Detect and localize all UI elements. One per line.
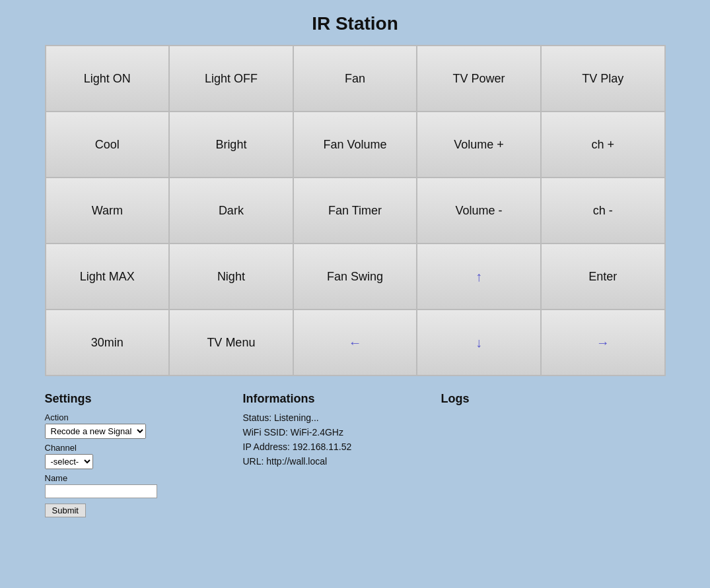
ir-button-dark[interactable]: Dark [169,178,293,244]
settings-heading: Settings [45,392,243,406]
ir-button-tv-play[interactable]: TV Play [541,46,665,112]
ir-button-light-off[interactable]: Light OFF [169,46,293,112]
wifi-ssid-text: WiFi SSID: WiFi-2.4GHz [243,427,441,438]
bottom-section: Settings Action Recode a new Signal Chan… [45,392,666,517]
ir-button-tv-menu[interactable]: TV Menu [169,310,293,376]
name-input[interactable] [45,484,157,498]
status-text: Status: Listening... [243,412,441,423]
ir-button-light-max[interactable]: Light MAX [46,244,170,310]
ir-button-fan-volume[interactable]: Fan Volume [293,112,417,178]
info-panel: Informations Status: Listening... WiFi S… [243,392,441,517]
button-grid: Light ONLight OFFFanTV PowerTV PlayCoolB… [45,45,666,376]
ir-button-fan[interactable]: Fan [293,46,417,112]
ir-button-ch-plus[interactable]: ch + [541,112,665,178]
ir-button-arrow-right[interactable]: → [541,310,665,376]
ir-button-arrow-up[interactable]: ↑ [417,244,541,310]
informations-heading: Informations [243,392,441,406]
channel-label: Channel [45,443,243,453]
ir-button-bright[interactable]: Bright [169,112,293,178]
action-label: Action [45,412,243,422]
settings-panel: Settings Action Recode a new Signal Chan… [45,392,243,517]
ir-button-ch-minus[interactable]: ch - [541,178,665,244]
page-title: IR Station [0,0,710,45]
ir-button-warm[interactable]: Warm [46,178,170,244]
ip-address-text: IP Address: 192.168.11.52 [243,441,441,452]
url-text: URL: http://wall.local [243,456,441,467]
ir-button-30min[interactable]: 30min [46,310,170,376]
ir-button-volume-minus[interactable]: Volume - [417,178,541,244]
ir-button-enter[interactable]: Enter [541,244,665,310]
submit-button[interactable] [45,504,86,517]
channel-select[interactable]: -select- [45,454,93,469]
action-select[interactable]: Recode a new Signal [45,424,146,439]
ir-button-night[interactable]: Night [169,244,293,310]
logs-heading: Logs [441,392,639,406]
ir-button-arrow-down[interactable]: ↓ [417,310,541,376]
ir-button-volume-plus[interactable]: Volume + [417,112,541,178]
name-label: Name [45,473,243,483]
ir-button-cool[interactable]: Cool [46,112,170,178]
ir-button-arrow-left[interactable]: ← [293,310,417,376]
ir-button-tv-power[interactable]: TV Power [417,46,541,112]
ir-button-light-on[interactable]: Light ON [46,46,170,112]
logs-panel: Logs [441,392,639,517]
ir-button-fan-timer[interactable]: Fan Timer [293,178,417,244]
ir-button-fan-swing[interactable]: Fan Swing [293,244,417,310]
